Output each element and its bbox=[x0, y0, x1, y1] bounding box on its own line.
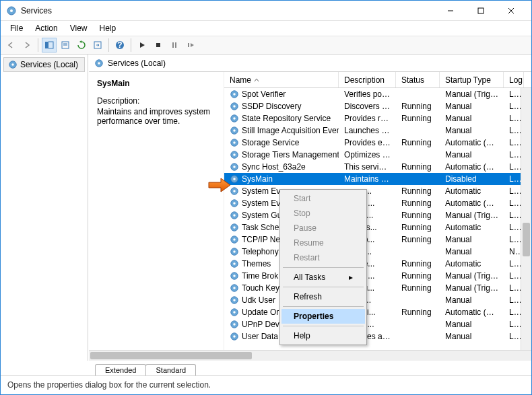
horizontal-scrollbar[interactable] bbox=[89, 350, 531, 361]
service-startup-cell: Manual bbox=[440, 320, 504, 329]
table-row[interactable]: Task Schees a us...RunningAutomaticLoc bbox=[224, 221, 531, 234]
service-name-cell: Sync Host_63a2e bbox=[242, 162, 306, 172]
service-name-cell: State Repository Service bbox=[242, 114, 331, 123]
column-description[interactable]: Description bbox=[339, 72, 396, 87]
cm-start[interactable]: Start bbox=[281, 191, 365, 206]
service-name-cell: Spot Verifier bbox=[242, 89, 286, 99]
svg-point-61 bbox=[233, 323, 236, 326]
service-name-cell: Touch Key bbox=[242, 283, 279, 293]
column-name[interactable]: Name bbox=[224, 72, 339, 87]
minimize-button[interactable] bbox=[435, 1, 465, 20]
cm-pause[interactable]: Pause bbox=[281, 221, 365, 236]
svg-point-43 bbox=[233, 214, 236, 217]
properties-toolbar-button[interactable] bbox=[58, 38, 73, 52]
service-startup-cell: Manual bbox=[440, 235, 504, 244]
table-row[interactable]: Sync Host_63a2eThis service ...RunningAu… bbox=[224, 161, 531, 173]
gear-icon bbox=[230, 259, 239, 268]
service-name-cell: Storage Service bbox=[242, 138, 299, 147]
table-row[interactable]: UPnP DeviUPnP ...ManualLoc bbox=[224, 318, 531, 330]
back-button[interactable] bbox=[3, 38, 18, 52]
pause-button[interactable] bbox=[167, 38, 182, 52]
tab-extended[interactable]: Extended bbox=[95, 364, 146, 375]
restart-button[interactable] bbox=[183, 38, 198, 52]
table-row[interactable]: TCP/IP Netes sup...RunningManualLoc bbox=[224, 234, 531, 246]
service-desc-cell: Optimizes th... bbox=[339, 150, 396, 159]
menu-help[interactable]: Help bbox=[94, 22, 122, 34]
tree-pane: Services (Local) bbox=[1, 55, 88, 361]
svg-point-45 bbox=[233, 226, 236, 229]
service-startup-cell: Automatic (De... bbox=[440, 162, 504, 172]
stop-button[interactable] bbox=[151, 38, 166, 52]
cm-resume[interactable]: Resume bbox=[281, 236, 365, 250]
table-row[interactable]: System Evors sy...RunningAutomaticLoc bbox=[224, 185, 531, 197]
service-startup-cell: Disabled bbox=[440, 174, 504, 184]
svg-point-21 bbox=[98, 62, 100, 65]
svg-point-29 bbox=[233, 129, 236, 132]
service-desc-cell: Provides req... bbox=[339, 114, 396, 123]
gear-icon bbox=[230, 138, 239, 147]
tree-root-services-local[interactable]: Services (Local) bbox=[3, 57, 85, 72]
table-row[interactable]: User Data Access_63a2eProvides ap...Manu… bbox=[224, 330, 531, 343]
service-startup-cell: Manual bbox=[440, 102, 504, 111]
gear-icon bbox=[230, 235, 239, 244]
gear-icon bbox=[230, 223, 239, 232]
table-row[interactable]: Udk Userompo...ManualLoc bbox=[224, 294, 531, 306]
column-logon[interactable]: Log bbox=[504, 72, 524, 87]
description-label: Description: bbox=[97, 96, 215, 106]
table-row[interactable]: Still Image Acquisition EventsLaunches a… bbox=[224, 124, 531, 137]
service-status-cell: Running bbox=[396, 259, 440, 268]
cm-all-tasks[interactable]: All Tasks▸ bbox=[281, 270, 365, 285]
service-name-cell: System Gu bbox=[242, 211, 281, 220]
menu-view[interactable]: View bbox=[65, 22, 93, 34]
cm-properties[interactable]: Properties bbox=[281, 309, 365, 324]
table-row[interactable]: SysMainMaintains a...DisabledLoc bbox=[224, 173, 531, 185]
close-button[interactable] bbox=[496, 1, 526, 20]
menu-action[interactable]: Action bbox=[30, 22, 63, 34]
table-row[interactable]: Touch Keyes Tou...RunningManual (Trigg..… bbox=[224, 282, 531, 294]
service-startup-cell: Automatic (De... bbox=[440, 308, 504, 317]
svg-text:?: ? bbox=[117, 40, 122, 50]
table-row[interactable]: State Repository ServiceProvides req...R… bbox=[224, 112, 531, 124]
cm-help[interactable]: Help bbox=[281, 328, 365, 343]
gear-icon bbox=[230, 162, 239, 172]
column-startup[interactable]: Startup Type bbox=[440, 72, 504, 87]
vertical-scrollbar[interactable] bbox=[521, 88, 531, 350]
gear-icon bbox=[230, 320, 239, 329]
table-row[interactable]: SSDP DiscoveryDiscovers ne...RunningManu… bbox=[224, 100, 531, 112]
table-row[interactable]: Storage ServiceProvides ena...RunningAut… bbox=[224, 137, 531, 149]
description-text: Maintains and improves system performanc… bbox=[97, 107, 215, 126]
service-startup-cell: Automatic (Trig... bbox=[440, 199, 504, 208]
cm-stop[interactable]: Stop bbox=[281, 206, 365, 221]
svg-point-25 bbox=[233, 105, 236, 108]
svg-point-31 bbox=[233, 141, 236, 144]
maximize-button[interactable] bbox=[465, 1, 496, 20]
cm-restart[interactable]: Restart bbox=[281, 250, 365, 265]
table-row[interactable]: Storage Tiers ManagementOptimizes th...M… bbox=[224, 149, 531, 161]
service-startup-cell: Manual bbox=[440, 332, 504, 341]
service-status-cell: Running bbox=[396, 102, 440, 111]
svg-rect-16 bbox=[175, 42, 176, 48]
table-row[interactable]: Time Brokinates ...RunningManual (Trigg.… bbox=[224, 270, 531, 282]
cm-refresh[interactable]: Refresh bbox=[281, 289, 365, 304]
service-startup-cell: Manual bbox=[440, 150, 504, 159]
show-hide-tree-button[interactable] bbox=[42, 38, 57, 52]
play-button[interactable] bbox=[135, 38, 149, 52]
table-row[interactable]: System Guors an...RunningManual (Trigg..… bbox=[224, 209, 531, 221]
column-status[interactable]: Status bbox=[396, 72, 440, 87]
export-button[interactable] bbox=[90, 38, 105, 52]
tab-standard[interactable]: Standard bbox=[145, 364, 196, 375]
table-row[interactable]: Themeses use...RunningAutomaticLoc bbox=[224, 258, 531, 270]
service-name-cell: Storage Tiers Management bbox=[242, 150, 339, 159]
forward-button[interactable] bbox=[20, 38, 34, 52]
refresh-button[interactable] bbox=[74, 38, 89, 52]
services-list: Name Description Status Startup Type Log… bbox=[224, 72, 531, 350]
table-row[interactable]: Telephonyes Tel...ManualNe bbox=[224, 246, 531, 258]
help-button[interactable]: ? bbox=[112, 38, 127, 52]
table-row[interactable]: System Evinates ...RunningAutomatic (Tri… bbox=[224, 197, 531, 209]
svg-point-63 bbox=[233, 335, 236, 338]
menu-file[interactable]: File bbox=[5, 22, 28, 34]
table-row[interactable]: Spot VerifierVerifies pote...Manual (Tri… bbox=[224, 88, 531, 100]
service-name-cell: Time Brok bbox=[242, 271, 278, 281]
table-row[interactable]: Update Orges Wi...RunningAutomatic (De..… bbox=[224, 306, 531, 318]
main-area: Services (Local) Services (Local) SysMai… bbox=[1, 55, 531, 361]
